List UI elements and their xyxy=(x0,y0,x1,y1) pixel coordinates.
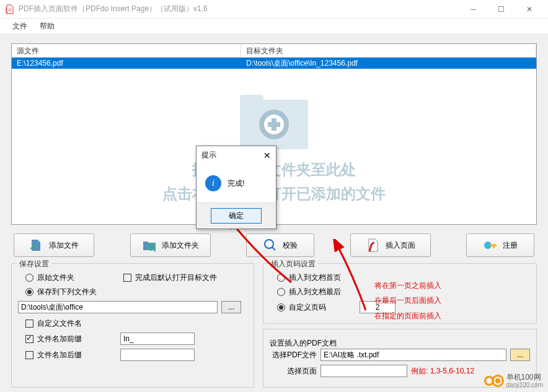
save-legend: 保存设置 xyxy=(17,259,51,269)
info-icon: i xyxy=(205,175,221,191)
register-icon xyxy=(483,238,498,253)
open-after-check[interactable] xyxy=(123,274,131,282)
table-row[interactable]: E:\123456.pdf D:\tools\桌面\office\In_1234… xyxy=(12,58,536,69)
cell-target: D:\tools\桌面\office\In_123456.pdf xyxy=(241,58,363,69)
col-target[interactable]: 目标文件夹 xyxy=(241,44,536,57)
maximize-button[interactable]: ☐ xyxy=(487,0,515,19)
pdf-path-input[interactable] xyxy=(320,349,506,361)
prefix-check[interactable] xyxy=(25,335,33,343)
close-button[interactable]: ✕ xyxy=(515,0,543,19)
prefix-input[interactable] xyxy=(120,333,195,345)
svg-point-0 xyxy=(8,8,12,12)
suffix-input[interactable] xyxy=(120,349,195,361)
suffix-check[interactable] xyxy=(25,351,33,359)
dialog-title: 提示 xyxy=(201,150,216,160)
window-title: PDF插入页面软件（PDFdo Insert Page）（试用版）v1.6 xyxy=(19,4,459,14)
dialog-message: 完成! xyxy=(228,178,244,189)
save-settings-group: 保存设置 完成后默认打开目标文件 原始文件夹 保存到下列文件夹 ... 自定义文… xyxy=(11,263,254,388)
verify-button[interactable]: 校验 xyxy=(246,233,314,257)
add-file-button[interactable]: 添加文件 xyxy=(14,233,94,257)
last-page-radio[interactable] xyxy=(277,288,285,296)
pagenum-legend: 插入页码设置 xyxy=(268,259,318,269)
custom-page-radio[interactable] xyxy=(277,303,285,311)
watermark-icon xyxy=(483,373,504,388)
folder-plus-icon xyxy=(240,94,308,149)
save-to-radio[interactable] xyxy=(25,288,33,296)
first-page-radio[interactable] xyxy=(277,274,285,282)
menu-file[interactable]: 文件 xyxy=(6,19,33,34)
table-header: 源文件 目标文件夹 xyxy=(12,44,536,58)
register-button[interactable]: 注册 xyxy=(466,233,534,257)
insert-page-icon xyxy=(366,238,381,253)
watermark: 单机100网danji100.com xyxy=(483,373,543,388)
note-last: 在最后一页后面插入 xyxy=(374,295,441,306)
alert-dialog: 提示 ✕ i 完成! 确定 xyxy=(196,146,276,229)
browse-pdf-button[interactable]: ... xyxy=(510,349,530,361)
note-custom: 在指定的页面前插入 xyxy=(374,311,441,321)
custom-name-check[interactable] xyxy=(25,320,33,328)
page-example: 例如: 1,3-5,6-10,12 xyxy=(411,366,474,377)
col-source[interactable]: 源文件 xyxy=(12,44,241,57)
note-first: 将在第一页之前插入 xyxy=(374,281,441,291)
menu-help[interactable]: 帮助 xyxy=(33,19,61,34)
title-bar: PDF插入页面软件（PDFdo Insert Page）（试用版）v1.6 ─ … xyxy=(0,0,548,19)
cell-source: E:\123456.pdf xyxy=(12,58,241,68)
minimize-button[interactable]: ─ xyxy=(459,0,487,19)
add-file-icon xyxy=(29,238,44,253)
pdfset-legend: 设置插入的PDF文档 xyxy=(270,339,337,347)
save-path-input[interactable] xyxy=(18,301,218,313)
browse-folder-button[interactable]: ... xyxy=(221,301,241,313)
menu-bar: 文件 帮助 xyxy=(0,19,548,35)
page-range-input[interactable] xyxy=(320,365,407,377)
svg-point-2 xyxy=(265,240,273,248)
verify-icon xyxy=(263,238,278,253)
app-icon xyxy=(5,4,15,14)
dialog-ok-button[interactable]: 确定 xyxy=(211,208,262,224)
insert-page-button[interactable]: 插入页面 xyxy=(350,233,431,257)
add-folder-icon xyxy=(142,238,157,253)
dialog-close-icon[interactable]: ✕ xyxy=(263,150,271,160)
orig-folder-radio[interactable] xyxy=(25,274,33,282)
add-folder-button[interactable]: 添加文件夹 xyxy=(130,233,211,257)
